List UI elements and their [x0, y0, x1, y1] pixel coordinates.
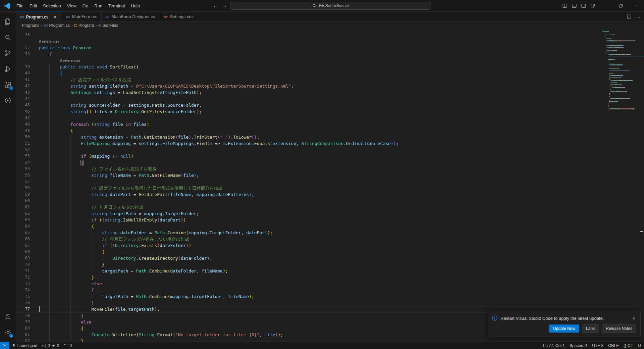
status-notifications-bell[interactable]: [635, 342, 644, 349]
text-cursor: [39, 306, 40, 312]
line-number: 77: [16, 306, 30, 312]
code-text: {: [39, 223, 94, 230]
menu-selection[interactable]: Selection: [40, 2, 64, 10]
code-text: targetPath = Path.Combine(dateFolder, fi…: [39, 268, 228, 274]
tab-settings-xml[interactable]: </>Settings.xml: [159, 12, 198, 21]
menu-edit[interactable]: Edit: [26, 2, 40, 10]
status-label: C#: [628, 343, 633, 348]
indent-guide: [49, 115, 50, 121]
breadcrumb-item-program[interactable]: Program: [74, 23, 94, 28]
status-label: Spaces: 4: [570, 343, 587, 348]
code-line-66: 66 // 年月日フォルダが存在しない場合は作成: [16, 236, 644, 242]
breadcrumb-separator: ›: [71, 23, 73, 28]
update-now-button[interactable]: Update Now: [549, 325, 579, 333]
code-line-65: 65 string dateFolder = Path.Combine(mapp…: [16, 230, 644, 236]
breadcrumb-item-sortfiles[interactable]: SortFiles: [99, 23, 118, 28]
status-cursor-position[interactable]: Ln 77, Col 1: [541, 342, 567, 349]
activity-settings-icon[interactable]: 1: [0, 325, 16, 340]
line-number: 81: [16, 332, 30, 338]
code-line-57: 57: [16, 179, 644, 185]
activity-explorer-icon[interactable]: [0, 14, 16, 30]
back-arrow-icon[interactable]: ←: [211, 2, 219, 8]
minimap[interactable]: [602, 29, 639, 130]
indent-guide: [39, 32, 39, 38]
breadcrumb-item-programs[interactable]: Programs: [22, 23, 39, 28]
toggle-secondary-sidebar-icon[interactable]: [579, 0, 588, 11]
menu-view[interactable]: View: [64, 2, 79, 10]
code-line-49: 49 {: [16, 128, 644, 134]
status-language-mode[interactable]: {}C#: [621, 342, 635, 349]
code-line-51: 51 FileMapping mapping = settings.FileMa…: [16, 140, 644, 147]
overview-ruler[interactable]: [639, 29, 644, 342]
split-editor-icon[interactable]: [624, 11, 634, 22]
customize-layout-icon[interactable]: [588, 0, 598, 11]
status-launchpad-status[interactable]: Launchpad: [9, 342, 40, 349]
code-text: string dateFolder = Path.Combine(mapping…: [39, 230, 273, 236]
code-line-42: 42 string settingFilePath = @"C:\Users\C…: [16, 83, 644, 89]
tab-mainform-cs[interactable]: C#MainForm.cs: [62, 12, 102, 21]
forward-arrow-icon[interactable]: →: [221, 2, 229, 8]
tower-icon: [64, 343, 68, 348]
indent-guide: [39, 179, 39, 185]
line-number: 57: [16, 179, 30, 185]
status-label: UTF-8: [592, 343, 603, 348]
code-text: targetPath = Path.Combine(mapping.Target…: [39, 293, 254, 300]
activity-extensions-icon[interactable]: [0, 77, 16, 93]
minimize-button[interactable]: [598, 0, 613, 11]
toggle-panel-icon[interactable]: [570, 0, 579, 11]
warning-icon: [51, 343, 56, 348]
menu-file[interactable]: File: [13, 2, 26, 10]
line-number: 50: [16, 134, 30, 140]
menu-bar: FileEditSelectionViewGoRunTerminalHelp: [13, 2, 143, 10]
line-number: 76: [16, 300, 30, 306]
activity-source-control-icon[interactable]: [0, 45, 16, 61]
line-number: 46: [16, 108, 30, 115]
status-remote-indicator[interactable]: ><: [0, 342, 9, 349]
activity-accounts-icon[interactable]: [0, 309, 16, 325]
breadcrumb-label: Program: [78, 23, 94, 28]
status-ports-status[interactable]: 0: [61, 342, 74, 349]
method-symbol-icon: [98, 24, 101, 27]
status-eol[interactable]: CRLF: [606, 342, 621, 349]
code-line-48: 48 foreach (string file in files): [16, 121, 644, 128]
code-text: string targetPath = mapping.TargetFolder…: [39, 210, 199, 217]
line-number: 44: [16, 96, 30, 102]
more-actions-icon[interactable]: ···: [635, 14, 641, 19]
code-line-63: 63 if (!string.IsNullOrEmpty(datePart)): [16, 217, 644, 223]
code-text: else: [39, 319, 92, 325]
code-editor[interactable]: 360 references37public class Program38 {…: [16, 29, 644, 342]
code-line-52: 52: [16, 147, 644, 153]
menu-run[interactable]: Run: [91, 2, 105, 10]
line-number: 63: [16, 217, 30, 223]
close-notification-icon[interactable]: ×: [631, 315, 637, 321]
restore-button[interactable]: [613, 0, 629, 11]
toggle-primary-sidebar-icon[interactable]: [560, 0, 570, 11]
indent-guide: [60, 147, 60, 153]
command-center-search[interactable]: FileSorterSource: [230, 2, 431, 10]
activity-search-icon[interactable]: [0, 30, 16, 45]
codelens-references[interactable]: 0 references: [39, 57, 80, 64]
release-notes-button[interactable]: Release Notes: [602, 325, 636, 333]
activity-run-debug-icon[interactable]: [0, 61, 16, 77]
line-number: 73: [16, 281, 30, 287]
code-line-61: 61 // 年月日フォルダの作成: [16, 204, 644, 210]
close-tab-icon[interactable]: ×: [52, 14, 58, 19]
code-text: if (!string.IsNullOrEmpty(datePart)): [39, 217, 186, 223]
menu-terminal[interactable]: Terminal: [105, 2, 128, 10]
code-text: if (mapping != null): [39, 153, 133, 159]
settings-badge: 1: [9, 334, 13, 338]
tab-program-cs[interactable]: C#Program.cs×: [16, 12, 62, 22]
close-window-button[interactable]: [629, 0, 644, 11]
status-encoding[interactable]: UTF-8: [590, 342, 606, 349]
xml-file-icon: </>: [163, 15, 168, 18]
activity-launchpad-icon[interactable]: [0, 93, 16, 108]
later-button[interactable]: Later: [582, 325, 599, 333]
menu-help[interactable]: Help: [128, 2, 143, 10]
menu-go[interactable]: Go: [79, 2, 91, 10]
breadcrumb-item-program-cs[interactable]: C#Program.cs: [44, 23, 70, 28]
codelens-references[interactable]: 0 references: [39, 38, 59, 45]
status-indentation[interactable]: Spaces: 4: [567, 342, 590, 349]
status-problems-status[interactable]: 00: [40, 342, 61, 349]
tab-mainform-designer-cs[interactable]: C#MainForm.Designer.cs: [102, 12, 160, 21]
tab-label: MainForm.Designer.cs: [111, 14, 155, 19]
